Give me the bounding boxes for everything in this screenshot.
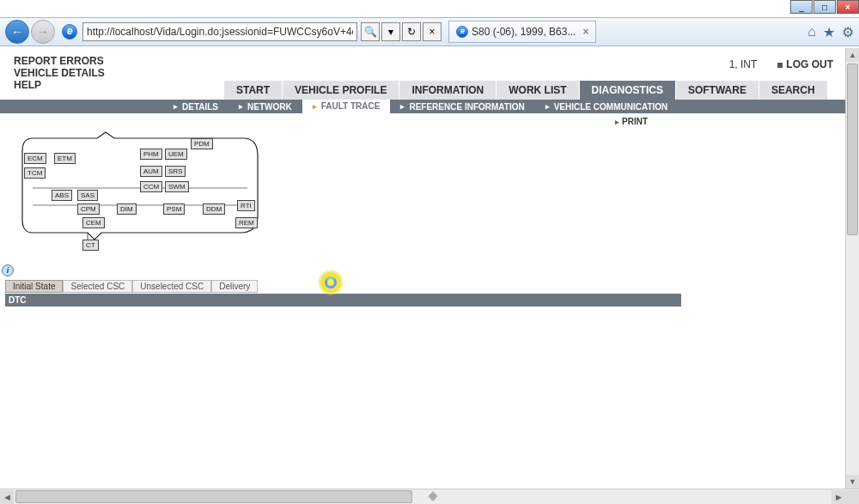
module-etm[interactable]: ETM (54, 153, 76, 164)
scroll-down-arrow-icon[interactable]: ▼ (846, 475, 859, 489)
tab-close-icon[interactable]: × (582, 26, 588, 38)
vehicle-details-link[interactable]: VEHICLE DETAILS (14, 67, 105, 79)
module-abs[interactable]: ABS (52, 190, 72, 201)
module-rem[interactable]: REM (235, 217, 258, 228)
module-rti[interactable]: RTI (237, 200, 255, 211)
tab-title: S80 (-06), 1999, B63... (472, 26, 576, 38)
module-ccm[interactable]: CCM (140, 181, 162, 192)
browser-tab[interactable]: S80 (-06), 1999, B63... × (448, 21, 596, 43)
forward-button[interactable]: → (31, 20, 55, 44)
module-swm[interactable]: SWM (165, 181, 189, 192)
module-dim[interactable]: DIM (117, 203, 137, 215)
subnav-reference-information[interactable]: REFERENCE INFORMATION (390, 102, 534, 112)
address-bar[interactable] (82, 22, 357, 41)
legend: Initial State Selected CSC Unselected CS… (5, 280, 258, 293)
scroll-marker-icon (428, 491, 437, 501)
module-ddm[interactable]: DDM (203, 203, 225, 215)
tools-gear-icon[interactable]: ⚙ (842, 24, 854, 40)
address-dropdown-icon[interactable]: ▾ (381, 22, 400, 41)
nav-search[interactable]: SEARCH (758, 81, 827, 100)
loading-spinner-icon (325, 276, 337, 288)
legend-delivery[interactable]: Delivery (211, 280, 258, 293)
legend-initial-state[interactable]: Initial State (5, 280, 63, 293)
loading-highlight (318, 270, 344, 295)
subnav-vehicle-communication[interactable]: VEHICLE COMMUNICATION (535, 102, 679, 112)
module-ecm[interactable]: ECM (24, 153, 46, 164)
refresh-button[interactable]: ↻ (402, 22, 421, 41)
subnav-network[interactable]: NETWORK (228, 102, 302, 112)
module-srs[interactable]: SRS (165, 166, 186, 177)
subnav-details[interactable]: DETAILS (163, 102, 228, 112)
favorites-icon[interactable]: ★ (823, 24, 835, 40)
nav-vehicle-profile[interactable]: VEHICLE PROFILE (282, 81, 399, 100)
dtc-header: DTC (5, 294, 681, 307)
module-psm[interactable]: PSM (163, 203, 185, 215)
ie-logo-icon (62, 24, 77, 39)
back-button[interactable]: ← (5, 20, 29, 44)
module-pdm[interactable]: PDM (191, 138, 213, 149)
scroll-left-arrow-icon[interactable]: ◀ (0, 490, 14, 504)
module-tcm[interactable]: TCM (24, 167, 46, 179)
module-uem[interactable]: UEM (165, 149, 187, 160)
main-nav: START VEHICLE PROFILE INFORMATION WORK L… (223, 81, 845, 100)
legend-unselected-csc[interactable]: Unselected CSC (132, 280, 211, 293)
module-aum[interactable]: AUM (140, 166, 162, 177)
window-minimize-button[interactable]: _ (790, 0, 813, 14)
logout-link[interactable]: LOG OUT (777, 58, 833, 70)
stop-button[interactable]: × (423, 22, 442, 41)
subnav-fault-trace[interactable]: FAULT TRACE (302, 100, 391, 113)
scroll-up-arrow-icon[interactable]: ▲ (846, 48, 859, 62)
horizontal-scrollbar[interactable]: ◀ ▶ (0, 489, 859, 504)
session-label: 1, INT (729, 58, 758, 70)
nav-information[interactable]: INFORMATION (399, 81, 496, 100)
nav-software[interactable]: SOFTWARE (675, 81, 758, 100)
info-icon[interactable]: i (2, 264, 14, 276)
scroll-right-arrow-icon[interactable]: ▶ (832, 490, 845, 504)
home-icon[interactable]: ⌂ (807, 24, 816, 40)
network-diagram: ECM ETM TCM PHM UEM PDM AUM SRS CCM SWM … (15, 130, 265, 250)
legend-selected-csc[interactable]: Selected CSC (63, 280, 132, 293)
module-phm[interactable]: PHM (140, 149, 162, 160)
nav-start[interactable]: START (223, 81, 282, 100)
module-sas[interactable]: SAS (77, 190, 98, 201)
browser-toolbar: ← → 🔍 ▾ ↻ × S80 (-06), 1999, B63... × ⌂ … (0, 17, 859, 46)
nav-diagnostics[interactable]: DIAGNOSTICS (579, 81, 675, 100)
sub-nav: DETAILS NETWORK FAULT TRACE REFERENCE IN… (0, 100, 845, 113)
window-close-button[interactable]: × (837, 0, 859, 14)
module-cem[interactable]: CEM (82, 217, 105, 228)
module-ct[interactable]: CT (82, 240, 99, 251)
tab-favicon-icon (456, 26, 468, 38)
report-errors-link[interactable]: REPORT ERRORS (14, 55, 105, 67)
logout-bullet-icon (777, 63, 783, 68)
horizontal-scroll-thumb[interactable] (15, 490, 412, 503)
help-link[interactable]: HELP (14, 79, 105, 91)
vertical-scroll-thumb[interactable] (847, 64, 858, 235)
module-cpm[interactable]: CPM (77, 203, 100, 215)
search-icon[interactable]: 🔍 (361, 22, 380, 41)
vertical-scrollbar[interactable]: ▲ ▼ (845, 48, 859, 489)
print-link[interactable]: PRINT (615, 117, 648, 126)
window-maximize-button[interactable]: □ (813, 0, 836, 14)
resize-grip-icon[interactable] (845, 490, 859, 504)
nav-work-list[interactable]: WORK LIST (496, 81, 578, 100)
